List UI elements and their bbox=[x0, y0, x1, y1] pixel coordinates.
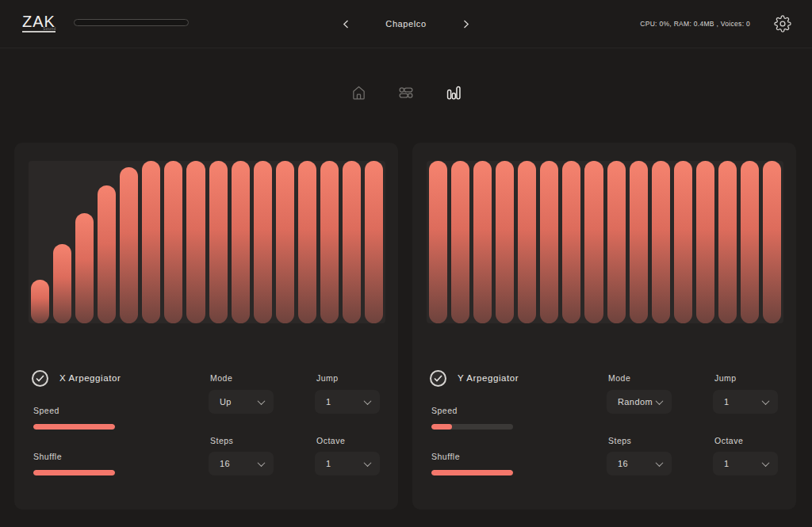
step-bar[interactable] bbox=[540, 161, 558, 323]
octave-label: Octave bbox=[316, 436, 345, 445]
previous-preset-button[interactable] bbox=[339, 17, 352, 32]
step-bar[interactable] bbox=[607, 161, 626, 323]
x-step-bars bbox=[31, 161, 383, 323]
x-arpeggiator-panel: X Arpeggiator Speed Shuffle Mode Up Jump… bbox=[14, 143, 398, 510]
panel-title: Y Arpeggiator bbox=[458, 373, 519, 383]
chevron-down-icon bbox=[762, 397, 770, 405]
speed-slider-fill bbox=[33, 424, 115, 430]
step-bar[interactable] bbox=[496, 161, 514, 323]
logo-sub-text: Sound bbox=[43, 20, 56, 37]
steps-label: Steps bbox=[608, 436, 631, 445]
step-bar[interactable] bbox=[652, 161, 670, 323]
step-bar[interactable] bbox=[674, 161, 692, 323]
step-bar[interactable] bbox=[232, 161, 250, 323]
step-bar[interactable] bbox=[343, 161, 361, 323]
octave-dropdown[interactable]: 1 bbox=[713, 452, 778, 475]
shuffle-label: Shuffle bbox=[33, 452, 62, 461]
step-bar[interactable] bbox=[254, 161, 272, 323]
y-arpeggiator-enable-checkbox[interactable] bbox=[430, 370, 446, 387]
speed-slider-fill bbox=[431, 424, 452, 430]
steps-value: 16 bbox=[618, 459, 628, 468]
check-icon bbox=[434, 375, 442, 382]
step-bar[interactable] bbox=[75, 213, 94, 323]
app-logo: ZAK Sound bbox=[22, 13, 56, 32]
sliders-icon bbox=[398, 84, 415, 101]
y-arpeggiator-panel: Y Arpeggiator Speed Shuffle Mode Random … bbox=[412, 143, 796, 510]
settings-button[interactable] bbox=[774, 15, 791, 32]
step-bar[interactable] bbox=[518, 161, 536, 323]
top-bar: ZAK Sound Chapelco CPU: 0%, RAM: 0.4MB ,… bbox=[0, 0, 812, 48]
step-bar[interactable] bbox=[186, 161, 205, 323]
steps-label: Steps bbox=[210, 436, 233, 445]
step-bar[interactable] bbox=[209, 161, 228, 323]
step-bar[interactable] bbox=[164, 161, 182, 323]
mode-value: Up bbox=[220, 397, 232, 407]
step-bar[interactable] bbox=[763, 161, 781, 323]
octave-value: 1 bbox=[724, 459, 730, 468]
chevron-right-icon bbox=[463, 20, 469, 29]
octave-label: Octave bbox=[714, 436, 743, 445]
preset-navigator: Chapelco bbox=[339, 0, 473, 48]
step-bar[interactable] bbox=[320, 161, 339, 323]
tab-controls[interactable] bbox=[398, 82, 415, 104]
shuffle-label: Shuffle bbox=[431, 452, 460, 461]
step-bar[interactable] bbox=[31, 280, 49, 323]
speed-label: Speed bbox=[33, 406, 59, 415]
mode-dropdown[interactable]: Up bbox=[209, 390, 274, 414]
y-step-chart[interactable] bbox=[427, 161, 783, 323]
x-step-chart[interactable] bbox=[29, 161, 385, 323]
steps-dropdown[interactable]: 16 bbox=[209, 452, 274, 475]
chevron-down-icon bbox=[364, 459, 372, 467]
step-bar[interactable] bbox=[53, 244, 71, 323]
shuffle-slider[interactable] bbox=[33, 470, 115, 475]
mode-label: Mode bbox=[608, 373, 630, 383]
steps-value: 16 bbox=[220, 459, 230, 468]
chevron-down-icon bbox=[258, 459, 266, 467]
view-tabs bbox=[350, 82, 462, 104]
chevron-down-icon bbox=[762, 459, 770, 467]
x-arpeggiator-enable-checkbox[interactable] bbox=[32, 370, 48, 387]
speed-slider[interactable] bbox=[33, 424, 115, 430]
gear-icon bbox=[774, 15, 791, 32]
home-icon bbox=[350, 85, 366, 101]
mode-dropdown[interactable]: Random bbox=[607, 390, 672, 414]
preset-name[interactable]: Chapelco bbox=[382, 19, 430, 29]
step-bar[interactable] bbox=[718, 161, 737, 323]
speed-slider[interactable] bbox=[431, 424, 513, 430]
octave-value: 1 bbox=[326, 459, 331, 468]
octave-dropdown[interactable]: 1 bbox=[315, 452, 380, 475]
y-step-bars bbox=[429, 161, 781, 323]
step-bar[interactable] bbox=[584, 161, 603, 323]
shuffle-slider[interactable] bbox=[431, 470, 513, 475]
step-bar[interactable] bbox=[276, 161, 294, 323]
tab-home[interactable] bbox=[350, 82, 367, 104]
plugin-window: ZAK Sound Chapelco CPU: 0%, RAM: 0.4MB ,… bbox=[0, 0, 812, 527]
step-bar[interactable] bbox=[562, 161, 580, 323]
step-bar[interactable] bbox=[741, 161, 759, 323]
step-bar[interactable] bbox=[365, 161, 383, 323]
header-slider[interactable] bbox=[74, 19, 189, 26]
steps-dropdown[interactable]: 16 bbox=[607, 452, 672, 475]
step-bar[interactable] bbox=[98, 185, 116, 323]
chevron-down-icon bbox=[258, 397, 266, 405]
speed-label: Speed bbox=[431, 406, 458, 415]
step-bar[interactable] bbox=[696, 161, 714, 323]
panel-title: X Arpeggiator bbox=[59, 373, 121, 383]
jump-dropdown[interactable]: 1 bbox=[713, 390, 778, 414]
check-icon bbox=[36, 375, 44, 382]
next-preset-button[interactable] bbox=[460, 17, 473, 32]
shuffle-slider-fill bbox=[431, 470, 513, 475]
step-bar[interactable] bbox=[298, 161, 316, 323]
step-bar[interactable] bbox=[473, 161, 492, 323]
shuffle-slider-fill bbox=[33, 470, 115, 475]
jump-label: Jump bbox=[316, 373, 339, 383]
jump-dropdown[interactable]: 1 bbox=[315, 390, 380, 414]
bars-icon bbox=[446, 84, 462, 101]
step-bar[interactable] bbox=[120, 167, 138, 323]
mode-label: Mode bbox=[210, 373, 232, 383]
step-bar[interactable] bbox=[429, 161, 447, 323]
step-bar[interactable] bbox=[451, 161, 469, 323]
step-bar[interactable] bbox=[630, 161, 648, 323]
tab-arpeggiator[interactable] bbox=[446, 82, 462, 104]
step-bar[interactable] bbox=[142, 161, 160, 323]
